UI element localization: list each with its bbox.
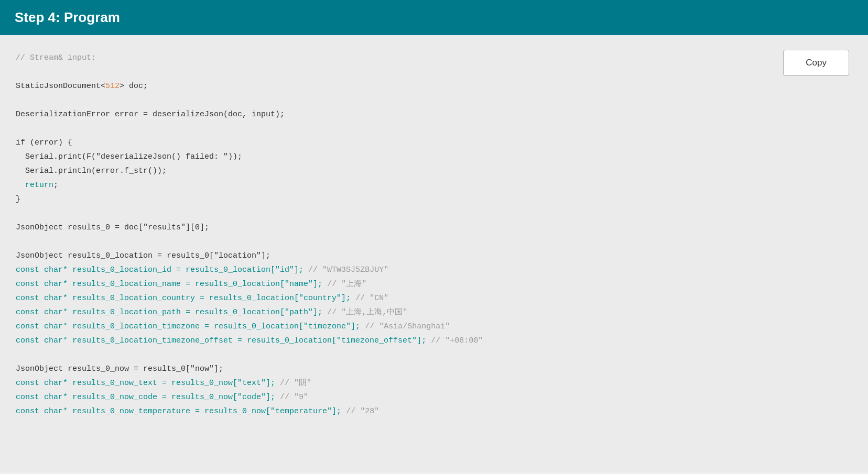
code-line-1: // Stream& input; — [16, 51, 852, 65]
code-line-3: DeserializationError error = deserialize… — [16, 107, 852, 122]
empty-line-3 — [16, 122, 852, 136]
code-line-8: } — [16, 192, 852, 206]
copy-button[interactable]: Copy — [783, 50, 849, 76]
code-line-7: return; — [16, 178, 852, 192]
code-line-18: const char* results_0_now_text = results… — [16, 376, 852, 390]
code-line-15: const char* results_0_location_timezone … — [16, 319, 852, 334]
code-line-5: Serial.print(F("deserializeJson() failed… — [16, 150, 852, 164]
code-line-16: const char* results_0_location_timezone_… — [16, 334, 852, 348]
code-line-9: JsonObject results_0 = doc["results"][0]… — [16, 221, 852, 235]
code-line-19: const char* results_0_now_code = results… — [16, 390, 852, 404]
empty-line-4 — [16, 206, 852, 221]
code-line-14: const char* results_0_location_path = re… — [16, 305, 852, 319]
code-line-2: StaticJsonDocument<512> doc; — [16, 79, 852, 93]
code-block: // Stream& input; StaticJsonDocument<512… — [16, 51, 852, 418]
empty-line-2 — [16, 93, 852, 107]
code-line-11: const char* results_0_location_id = resu… — [16, 263, 852, 277]
code-line-12: const char* results_0_location_name = re… — [16, 277, 852, 291]
code-line-4: if (error) { — [16, 136, 852, 150]
empty-line-6 — [16, 348, 852, 362]
page-title: Step 4: Program — [15, 9, 120, 26]
code-line-20: const char* results_0_now_temperature = … — [16, 404, 852, 418]
code-line-10: JsonObject results_0_location = results_… — [16, 249, 852, 263]
empty-line-5 — [16, 235, 852, 249]
main-content: Copy // Stream& input; StaticJsonDocumen… — [0, 35, 868, 472]
code-line-17: JsonObject results_0_now = results_0["no… — [16, 362, 852, 376]
page-header: Step 4: Program — [0, 0, 868, 35]
code-line-13: const char* results_0_location_country =… — [16, 291, 852, 305]
code-line-6: Serial.println(error.f_str()); — [16, 164, 852, 178]
empty-line-1 — [16, 65, 852, 79]
